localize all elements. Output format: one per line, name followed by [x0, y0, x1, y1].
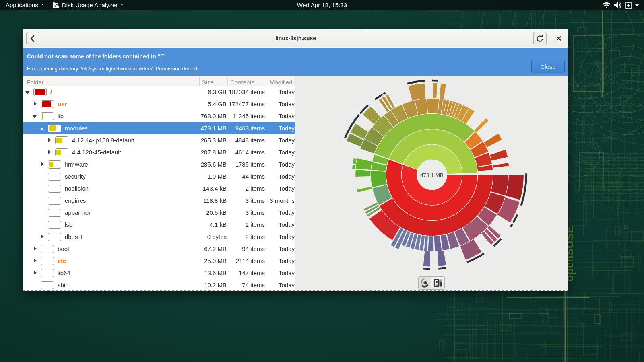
svg-text:473.1 MB: 473.1 MB	[420, 172, 444, 178]
